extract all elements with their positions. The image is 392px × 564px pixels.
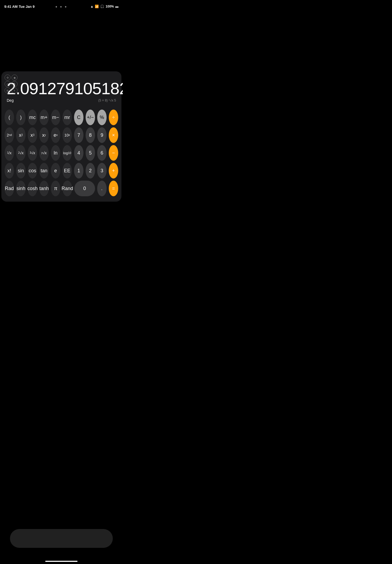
pi-button[interactable]: π — [51, 181, 60, 196]
x-cubed-button[interactable]: x3 — [28, 127, 37, 143]
divide-button[interactable]: ÷ — [109, 110, 118, 125]
display-value: 2.09127910518255 — [7, 77, 116, 98]
nine-button[interactable]: 9 — [97, 127, 107, 143]
plus-minus-button[interactable]: +/− — [86, 110, 95, 125]
second-button[interactable]: 2nd — [5, 127, 14, 143]
row-5: Rad sinh cosh tanh π Rand 0 . = — [5, 181, 118, 196]
time: 9:41 AM — [4, 5, 18, 9]
clock-icon[interactable]: ◷ — [5, 81, 10, 87]
nth-root-button[interactable]: y√x — [39, 145, 49, 161]
x-squared-button[interactable]: x2 — [16, 127, 26, 143]
date: Tue Jan 9 — [19, 5, 34, 9]
clear-button[interactable]: C — [74, 110, 83, 125]
person-icon[interactable]: ◉ — [12, 75, 18, 80]
multiply-button[interactable]: × — [109, 127, 118, 143]
dock-area — [10, 529, 113, 548]
e-const-button[interactable]: e — [51, 163, 60, 178]
open-paren-button[interactable]: ( — [5, 110, 14, 125]
add-button[interactable]: + — [109, 163, 118, 178]
m-minus-button[interactable]: m− — [51, 110, 60, 125]
battery-icon: ▬ — [115, 5, 118, 8]
display-expression: (5 × 8) ˣ√x 5 — [98, 99, 116, 102]
calculator: ⚙ ◉ ◷ $ ⊞ ≡ 2.09127910518255 Deg (5 × 8)… — [1, 71, 121, 202]
gear-icon[interactable]: ⚙ — [5, 75, 10, 80]
rad-button[interactable]: Rad — [5, 181, 14, 196]
dollar-icon[interactable]: $ — [12, 81, 18, 87]
display-icons: ⚙ ◉ ◷ $ ⊞ ≡ — [5, 75, 18, 93]
sqrt-button[interactable]: 2√x — [16, 145, 26, 161]
list-icon[interactable]: ≡ — [12, 87, 18, 93]
signal-icon: ▲ — [90, 5, 93, 8]
sin-button[interactable]: sin — [16, 163, 26, 178]
decimal-button[interactable]: . — [97, 181, 107, 196]
display-area: ⚙ ◉ ◷ $ ⊞ ≡ 2.09127910518255 Deg (5 × 8)… — [5, 75, 118, 107]
mc-button[interactable]: mc — [28, 110, 37, 125]
one-button[interactable]: 1 — [74, 163, 83, 178]
ee-button[interactable]: EE — [62, 163, 72, 178]
cos-button[interactable]: cos — [28, 163, 37, 178]
display-mode: Deg — [7, 98, 14, 103]
row-3: 1/x 2√x 3√x y√x ln log10 4 5 6 − — [5, 145, 118, 161]
top-dots: • • • — [55, 4, 67, 10]
row-2: 2nd x2 x3 xy ex 10x 7 8 9 × — [5, 127, 118, 143]
log10-button[interactable]: log10 — [62, 145, 72, 161]
rand-button[interactable]: Rand — [62, 181, 72, 196]
cbrt-button[interactable]: 3√x — [28, 145, 37, 161]
tan-button[interactable]: tan — [39, 163, 49, 178]
battery-level: 100% — [106, 5, 114, 8]
eight-button[interactable]: 8 — [86, 127, 95, 143]
tanh-button[interactable]: tanh — [39, 181, 49, 196]
home-indicator — [45, 561, 78, 562]
row-1: ( ) mc m+ m− mr C +/− % ÷ — [5, 110, 118, 125]
wifi-icon: 📶 — [95, 5, 99, 8]
one-over-x-button[interactable]: 1/x — [5, 145, 14, 161]
button-grid: ( ) mc m+ m− mr C +/− % ÷ 2nd x2 x3 xy e… — [5, 110, 118, 196]
percent-button[interactable]: % — [97, 110, 107, 125]
grid-icon[interactable]: ⊞ — [5, 87, 10, 93]
factorial-button[interactable]: x! — [5, 163, 14, 178]
seven-button[interactable]: 7 — [74, 127, 83, 143]
headphone-icon: 🎧 — [100, 5, 104, 8]
zero-button[interactable]: 0 — [74, 181, 95, 196]
three-button[interactable]: 3 — [97, 163, 107, 178]
equals-button[interactable]: = — [109, 181, 118, 196]
x-to-y-button[interactable]: xy — [39, 127, 49, 143]
four-button[interactable]: 4 — [74, 145, 83, 161]
mr-button[interactable]: mr — [62, 110, 72, 125]
ln-button[interactable]: ln — [51, 145, 60, 161]
six-button[interactable]: 6 — [97, 145, 107, 161]
sinh-button[interactable]: sinh — [16, 181, 26, 196]
ten-to-x-button[interactable]: 10x — [62, 127, 72, 143]
row-4: x! sin cos tan e EE 1 2 3 + — [5, 163, 118, 178]
e-to-x-button[interactable]: ex — [51, 127, 60, 143]
m-plus-button[interactable]: m+ — [39, 110, 49, 125]
two-button[interactable]: 2 — [86, 163, 95, 178]
status-bar: 9:41 AM Tue Jan 9 • • • ▲ 📶 🎧 100% ▬ — [0, 0, 123, 12]
close-paren-button[interactable]: ) — [16, 110, 26, 125]
five-button[interactable]: 5 — [86, 145, 95, 161]
subtract-button[interactable]: − — [109, 145, 118, 161]
cosh-button[interactable]: cosh — [28, 181, 37, 196]
